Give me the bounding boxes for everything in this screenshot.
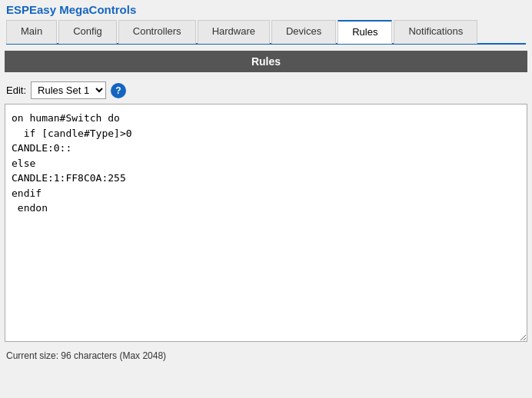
help-icon[interactable]: ? [111, 83, 126, 98]
tab-config[interactable]: Config [58, 20, 117, 44]
tab-main[interactable]: Main [6, 20, 57, 44]
editor-area [5, 104, 527, 344]
app-title: ESPEasy MegaControls [6, 3, 526, 19]
tab-bar: Main Config Controllers Hardware Devices… [6, 19, 526, 45]
tab-hardware[interactable]: Hardware [198, 20, 270, 44]
tab-devices[interactable]: Devices [271, 20, 336, 44]
tab-notifications[interactable]: Notifications [394, 20, 477, 44]
status-bar: Current size: 96 characters (Max 2048) [0, 347, 532, 364]
edit-label: Edit: [6, 85, 26, 96]
tab-controllers[interactable]: Controllers [118, 20, 196, 44]
rules-textarea[interactable] [5, 104, 527, 342]
section-header: Rules [5, 51, 527, 72]
rules-set-select[interactable]: Rules Set 1 Rules Set 2 Rules Set 3 Rule… [31, 81, 106, 99]
page-content: Rules Edit: Rules Set 1 Rules Set 2 Rule… [0, 51, 532, 364]
edit-row: Edit: Rules Set 1 Rules Set 2 Rules Set … [0, 77, 532, 104]
tab-rules[interactable]: Rules [337, 20, 392, 44]
